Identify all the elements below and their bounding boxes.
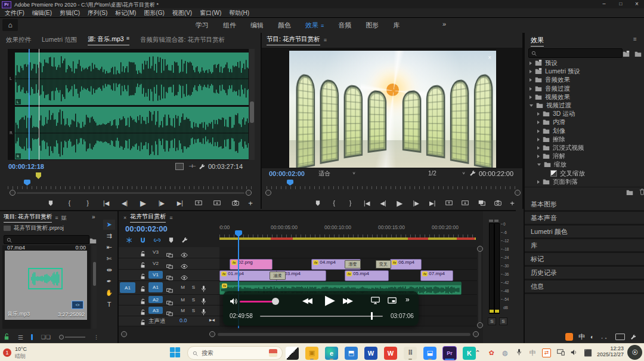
source-tab-音频剪辑混合器: 花卉节目赏析[interactable]: 音频剪辑混合器: 花卉节目赏析 (140, 36, 225, 44)
fx-badge[interactable]: fx (392, 260, 397, 265)
mark-in-button[interactable]: { (60, 200, 79, 206)
panel-tab-基本图形[interactable]: 基本图形 (525, 198, 644, 212)
panel-tab-库[interactable]: 库 (525, 239, 644, 253)
workspace-tab-学习[interactable]: 学习 (196, 21, 209, 30)
workspace-overflow-button[interactable]: » (442, 20, 446, 27)
zoom-level-select[interactable]: 适合˅ (317, 169, 357, 178)
meter-solo-button[interactable]: S (488, 317, 496, 325)
zoom-handle-left[interactable] (265, 190, 271, 196)
drag-audio-icon[interactable]: ⊣⊢ (188, 163, 196, 169)
project-panel-menu-icon[interactable]: ≡ (55, 215, 58, 221)
file-explorer-taskbar-button[interactable]: ▣ (305, 345, 319, 360)
chevron-right-icon[interactable] (537, 155, 540, 158)
timeline-vertical-scrollbar[interactable] (478, 248, 481, 326)
ime-lang-icon[interactable]: 中 (578, 332, 585, 341)
fx-badge[interactable]: fx (231, 260, 237, 265)
ime-logo-icon[interactable] (565, 333, 573, 341)
new-bin-button[interactable] (626, 187, 633, 198)
extract-button[interactable] (457, 200, 474, 206)
step-back-button[interactable]: ◀| (116, 200, 134, 206)
transition-渐变[interactable]: 渐变 (345, 260, 361, 269)
workspace-tab-音频[interactable]: 音频 (338, 21, 351, 30)
minimize-button[interactable]: – (596, 0, 612, 8)
timeline-tab[interactable]: 花卉节目赏析 (130, 212, 166, 223)
overlay-progress-marker[interactable] (371, 312, 373, 320)
volume-slider[interactable] (240, 301, 277, 303)
workspace-tab-组件[interactable]: 组件 (223, 21, 236, 30)
clip-05.mp4[interactable]: fx05.mp4 (345, 270, 389, 281)
button-editor-plus[interactable]: + (244, 199, 256, 208)
zoom-handle-left[interactable] (10, 190, 16, 196)
task-view-taskbar-button[interactable] (285, 345, 299, 360)
chevron-right-icon[interactable] (537, 180, 540, 184)
panel-overflow-icon[interactable]: » (92, 214, 95, 220)
effects-tree-item-Lumetri 预设[interactable]: Lumetri 预设 (525, 67, 644, 76)
project-scrollbar[interactable] (92, 245, 97, 329)
clip-07.mp4[interactable]: fx07.mp4 (420, 270, 453, 281)
fx-badge[interactable]: fx (422, 271, 428, 276)
list-view-icon[interactable]: ☰ (18, 334, 23, 341)
step-forward-button[interactable]: |▶ (152, 200, 171, 206)
mark-in-button[interactable]: { (326, 200, 343, 206)
menu-item-S[interactable]: 序列(S) (88, 9, 107, 17)
fx-badge[interactable]: fx (221, 271, 227, 276)
menu-item-M[interactable]: 标记(M) (115, 9, 136, 17)
weather-widget[interactable]: 1 10°C 晴朗 (3, 346, 57, 359)
rewind-button[interactable]: ◀◀ (302, 296, 311, 305)
effects-tree-item-沉浸式视频[interactable]: 沉浸式视频 (525, 144, 644, 152)
clip-01.mp4[interactable]: fx01.mp4 (219, 270, 277, 281)
chevron-right-icon[interactable] (537, 146, 540, 150)
step-forward-button[interactable]: |▶ (408, 200, 425, 206)
insert-button[interactable] (189, 200, 208, 206)
effects-tree-item-音频效果[interactable]: 音频效果 (525, 76, 644, 84)
project-writable-icon[interactable] (4, 332, 10, 343)
mark-out-button[interactable]: } (79, 200, 97, 206)
drag-video-icon[interactable] (175, 163, 184, 170)
snap-icon[interactable] (140, 235, 146, 246)
razor-tool[interactable]: ✄ (103, 254, 115, 264)
ripple-edit-tool[interactable]: ⇤ (103, 242, 115, 252)
transition-交叉[interactable]: 交叉 (376, 260, 391, 269)
effects-tree-item-溶解[interactable]: 溶解 (525, 152, 644, 161)
effects-tree-item-缩放[interactable]: 缩放 (525, 161, 644, 169)
microphone-tray-icon[interactable] (515, 348, 523, 357)
workspace-tab-效果[interactable]: 效果≡ (305, 21, 324, 30)
effects-tree-item-交叉缩放[interactable]: 交叉缩放 (525, 169, 644, 177)
go-to-out-button[interactable]: ▶| (171, 200, 189, 206)
media-browser-tab[interactable]: 媒 (61, 214, 67, 222)
clip-marker[interactable] (36, 172, 41, 179)
voiceover-record-icon[interactable] (201, 284, 206, 295)
program-settings-wrench-icon[interactable] (469, 168, 476, 179)
effects-tree-item-预设[interactable]: 预设 (525, 59, 644, 67)
chevron-right-icon[interactable] (537, 129, 540, 133)
solo-button[interactable]: S (190, 307, 197, 314)
home-button[interactable]: ⌂ (2, 19, 18, 31)
effects-tree-item-划像[interactable]: 划像 (525, 127, 644, 135)
timeline-horizontal-scrollbar[interactable] (218, 333, 470, 336)
search-bin-icon[interactable] (89, 235, 97, 246)
track-button-A2[interactable]: A2 (148, 296, 163, 303)
timeline-settings-wrench-icon[interactable] (181, 235, 188, 246)
volume-tray-icon[interactable] (570, 349, 578, 357)
sync-lock-icon[interactable] (166, 285, 173, 295)
menu-item-G[interactable]: 图形(G) (144, 9, 164, 17)
chevron-right-icon[interactable] (530, 61, 532, 65)
ime-halfwidth-icon[interactable]: ◐ (590, 334, 594, 340)
program-monitor-tab[interactable]: 节目: 花卉节目赏析 (267, 35, 320, 45)
ime-keyboard-icon[interactable] (615, 334, 625, 340)
chevron-down-icon[interactable] (530, 104, 533, 107)
edge-taskbar-button[interactable]: e (324, 345, 339, 360)
workspace-tab-颜色[interactable]: 颜色 (278, 21, 291, 30)
type-tool[interactable]: T (103, 299, 115, 309)
sunflower-remote-icon[interactable]: ✿ (487, 349, 496, 357)
effects-tree-item-擦除[interactable]: 擦除 (525, 135, 644, 144)
fx-badge[interactable]: fx (346, 271, 352, 276)
panel-tab-Lumetri 颜色[interactable]: Lumetri 颜色 (525, 226, 644, 239)
maximize-button[interactable]: □ (613, 0, 628, 8)
timeline-ruler[interactable]: 00:0000:00:05:0000:00:10:0000:00:15:0000… (219, 224, 477, 237)
volume-icon[interactable] (230, 297, 238, 307)
overlay-progress-bar[interactable] (260, 316, 383, 317)
clip-02.png[interactable]: fx02.png (230, 259, 273, 270)
start-button[interactable] (169, 347, 181, 359)
search-highlight-icon[interactable] (269, 349, 277, 357)
